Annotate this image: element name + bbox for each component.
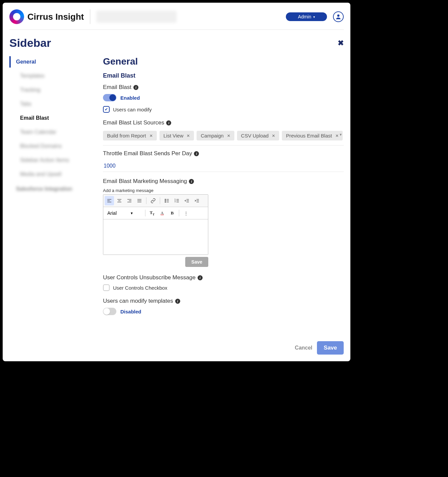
align-justify-icon[interactable] — [135, 196, 144, 205]
cancel-button[interactable]: Cancel — [295, 345, 312, 351]
link-icon[interactable] — [148, 196, 158, 205]
chip-label: Campaign — [201, 133, 223, 138]
sidebar-item-email-blast[interactable]: Email Blast — [9, 112, 93, 124]
toolbar-row-2: Arial ▼ TT A B ⋮ — [103, 207, 208, 219]
logo-icon — [9, 9, 24, 24]
outdent-icon[interactable] — [182, 196, 192, 205]
throttle-label: Throttle Email Blast Sends Per Day i — [103, 150, 344, 157]
chip-build-from-report: Build from Report ✕ — [103, 131, 157, 140]
info-icon[interactable]: i — [133, 85, 138, 90]
header: Cirrus Insight Admin ▾ — [9, 9, 344, 30]
info-icon[interactable]: i — [189, 179, 194, 184]
email-blast-label: Email Blast i — [103, 84, 344, 91]
list-sources-chips[interactable]: Build from Report ✕ List View ✕ Campaign… — [103, 129, 344, 146]
chip-remove-icon[interactable]: ✕ — [149, 133, 153, 138]
toolbar-row-1: 123 — [103, 195, 208, 207]
bullet-list-icon[interactable] — [162, 196, 172, 205]
sidebar-item-blurred[interactable]: Blocked Domains — [9, 140, 93, 152]
align-center-icon[interactable] — [115, 196, 124, 205]
chip-remove-icon[interactable]: ✕ — [272, 133, 275, 138]
users-modify-checkbox[interactable]: ✔ — [103, 106, 110, 113]
email-blast-toggle-row: Enabled — [103, 94, 344, 101]
marketing-label: Email Blast Marketing Messaging i — [103, 178, 344, 185]
chip-remove-icon[interactable]: ✕ — [335, 133, 339, 138]
font-size-icon[interactable]: TT — [147, 208, 157, 218]
chip-label: CSV Upload — [241, 133, 269, 138]
sidebar-item-blurred[interactable]: Salesforce Integration — [9, 183, 93, 195]
email-blast-toggle[interactable] — [103, 94, 116, 101]
editor-save-wrap: Save — [103, 257, 208, 267]
user-controls-checkbox[interactable]: ✔ — [103, 284, 110, 291]
chip-csv-upload: CSV Upload ✕ — [237, 131, 279, 140]
avatar-icon[interactable] — [333, 11, 344, 22]
save-button[interactable]: Save — [317, 341, 344, 355]
align-right-icon[interactable] — [125, 196, 134, 205]
info-icon[interactable]: i — [166, 120, 171, 125]
info-icon[interactable]: i — [175, 299, 180, 304]
chip-remove-icon[interactable]: ✕ — [227, 133, 230, 138]
sidebar-item-blurred[interactable]: Templates — [9, 70, 93, 82]
sidebar-item-blurred[interactable]: Tracking — [9, 84, 93, 96]
sidebar-item-blurred[interactable]: Media and Upsell — [9, 169, 93, 180]
font-name: Arial — [107, 210, 117, 216]
chevron-down-icon: ▾ — [313, 15, 315, 19]
toolbar-separator — [160, 197, 160, 204]
svg-text:3: 3 — [175, 201, 176, 203]
brand-name: Cirrus Insight — [27, 12, 84, 22]
org-selector-blurred[interactable] — [96, 11, 177, 23]
info-icon[interactable]: i — [198, 275, 203, 280]
modify-templates-label-text: Users can modify templates — [103, 298, 173, 304]
sidebar-item-general[interactable]: General — [9, 56, 93, 68]
list-sources-label-text: Email Blast List Sources — [103, 119, 164, 126]
user-controls-checkbox-label: User Controls Checkbox — [113, 285, 167, 291]
editor-body[interactable] — [103, 219, 208, 255]
rich-text-editor: 123 Arial ▼ TT A B ⋮ — [103, 194, 208, 255]
chip-previous-email-blast: Previous Email Blast ✕ — [282, 131, 343, 140]
throttle-label-text: Throttle Email Blast Sends Per Day — [103, 150, 192, 157]
chip-label: List View — [163, 133, 184, 138]
info-icon[interactable]: i — [194, 151, 199, 156]
user-controls-checkbox-row: ✔ User Controls Checkbox — [103, 284, 344, 291]
chip-remove-icon[interactable]: ✕ — [187, 133, 190, 138]
chip-label: Previous Email Blast — [286, 133, 332, 138]
footer-buttons: Cancel Save — [295, 341, 344, 355]
sidebar-item-blurred[interactable]: Sidebar Action Items — [9, 155, 93, 166]
email-blast-label-text: Email Blast — [103, 84, 131, 91]
more-options-icon[interactable]: ⋮ — [181, 208, 191, 218]
numbered-list-icon[interactable]: 123 — [172, 196, 182, 205]
align-left-icon[interactable] — [105, 196, 114, 205]
layout: General Templates Tracking Tabs Email Bl… — [9, 56, 344, 320]
sidebar-item-blurred[interactable]: Team Calendar — [9, 126, 93, 138]
logo-group: Cirrus Insight — [9, 9, 84, 24]
modify-templates-label: Users can modify templates i — [103, 298, 344, 304]
subsection-heading: Email Blast — [103, 72, 344, 79]
bold-icon[interactable]: B — [167, 208, 177, 218]
users-modify-row: ✔ Users can modify — [103, 106, 344, 113]
toggle-state-label: Enabled — [120, 95, 140, 101]
unsubscribe-label-text: User Controls Unsubscribe Message — [103, 274, 196, 281]
sidebar: General Templates Tracking Tabs Email Bl… — [9, 56, 93, 320]
modify-templates-toggle-row: Disabled — [103, 308, 344, 315]
text-color-icon[interactable]: A — [157, 208, 167, 218]
chip-list-view: List View ✕ — [159, 131, 194, 140]
sidebar-item-blurred[interactable]: Tabs — [9, 98, 93, 110]
throttle-input[interactable] — [103, 160, 344, 172]
font-family-select[interactable]: Arial ▼ — [105, 209, 143, 217]
editor-save-button[interactable]: Save — [185, 257, 208, 267]
section-heading: General — [103, 56, 344, 67]
chips-dropdown-icon[interactable]: ▼ — [339, 133, 342, 136]
marketing-sublabel: Add a marketing message — [103, 188, 344, 193]
indent-icon[interactable] — [192, 196, 202, 205]
close-icon[interactable]: ✖ — [338, 39, 344, 47]
svg-point-15 — [165, 202, 165, 202]
toggle-state-label: Disabled — [120, 309, 141, 314]
admin-label: Admin — [298, 14, 311, 19]
title-row: Sidebar ✖ — [9, 36, 344, 50]
marketing-label-text: Email Blast Marketing Messaging — [103, 178, 187, 185]
modify-templates-toggle[interactable] — [103, 308, 116, 315]
main-content: General Email Blast Email Blast i Enable… — [103, 56, 344, 320]
toolbar-separator — [146, 197, 146, 204]
header-right: Admin ▾ — [286, 11, 344, 22]
admin-dropdown[interactable]: Admin ▾ — [286, 12, 327, 21]
toolbar-separator — [145, 210, 145, 216]
